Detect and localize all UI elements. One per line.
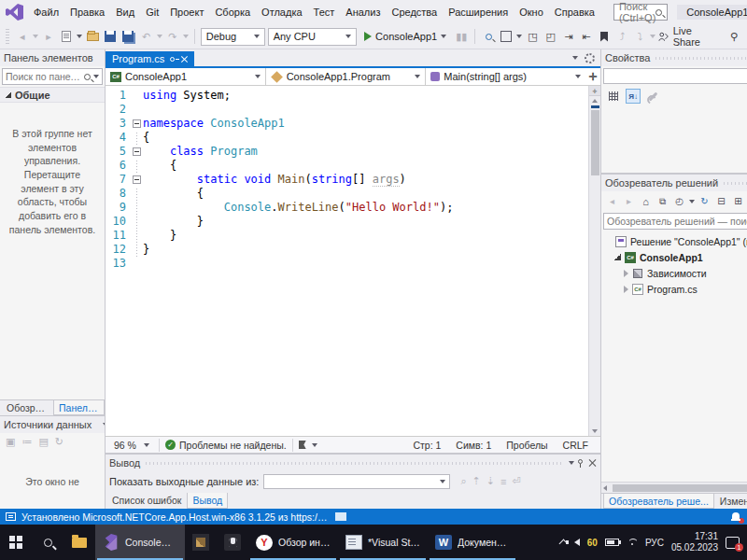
bottom-panel-tab[interactable]: Список ошибок [107,493,186,509]
signed-in-project-label[interactable]: ConsoleApp1 [677,5,747,20]
outdent-icon[interactable]: ⇤ [579,29,594,45]
collapse-region-icon[interactable] [133,119,141,128]
left-dock-tab[interactable]: Панель эле... [53,400,105,415]
back-dropdown-icon[interactable] [33,35,38,38]
code-line[interactable]: static void Main(string[] args) [143,173,588,187]
menu-item-анализ[interactable]: Анализ [340,4,386,21]
clear-all-icon[interactable]: ≡ [500,476,506,487]
zoom-select[interactable]: 96 % [110,440,153,451]
properties-title-bar[interactable]: Свойства [601,49,747,66]
right-dock-tab[interactable]: Изменения Git — п... [715,494,747,509]
collapse-region-icon[interactable] [133,175,141,184]
tree-item-consoleapp1[interactable]: ConsoleApp1 [601,249,747,265]
menu-item-правка[interactable]: Правка [64,4,110,21]
tab-options-icon[interactable] [585,53,595,63]
fold-marker[interactable] [130,173,143,187]
action-center-icon[interactable]: 1 [726,537,740,549]
switch-views-icon[interactable]: ⧉ [655,194,669,208]
tree-item-program-cs[interactable]: Program.cs [601,281,747,297]
menu-item-окно[interactable]: Окно [514,4,549,21]
new-file-dropdown-icon[interactable] [77,35,82,38]
configuration-select[interactable]: Debug [201,28,265,46]
taskbar-search-button[interactable] [32,525,63,560]
file-explorer-button[interactable] [63,525,95,560]
close-tab-icon[interactable] [181,56,188,63]
navigate-forward-icon[interactable]: ▸ [41,29,56,45]
filter-dropdown-icon[interactable] [689,200,695,203]
uncomment-icon[interactable]: ◰ [543,29,558,45]
prev-bookmark-icon[interactable]: ⤴ [614,29,629,45]
solution-explorer-search-input[interactable]: Обозреватель решений — поиск (Ctrl+» [603,213,747,230]
feedback-icon[interactable]: ⚲ [726,29,741,45]
scroll-down-icon[interactable] [592,429,598,433]
start-debugging-button[interactable]: ConsoleApp1 [359,30,451,43]
code-line[interactable]: } [143,215,588,229]
taskbar-app[interactable]: WДокумент Microso... [428,525,517,560]
volume-icon[interactable] [574,539,580,546]
forward-icon[interactable]: ▸ [622,194,636,208]
menu-item-справка[interactable]: Справка [549,4,600,21]
code-line[interactable]: class Program [143,145,588,159]
code-line[interactable]: { [143,131,588,145]
refresh-icon[interactable]: ↻ [698,194,712,208]
home-icon[interactable]: ⌂ [639,194,653,208]
type-dropdown[interactable]: ConsoleApp1.Program [266,68,427,85]
platform-select[interactable]: Any CPU [268,28,357,46]
save-all-icon[interactable] [120,29,135,45]
properties-object-select[interactable] [603,68,747,84]
tab-program-cs[interactable]: Program.cs [106,51,194,68]
code-line[interactable]: } [143,229,588,243]
undo-dropdown-icon[interactable] [157,35,162,38]
navigate-back-icon[interactable]: ◂ [15,29,30,45]
status-mini-icon[interactable] [335,512,346,521]
member-dropdown[interactable]: Main(string[] args) [426,68,585,85]
start-button[interactable] [0,525,32,560]
alphabetical-sort-icon[interactable]: Я↓ [626,89,641,104]
data-sources-menu-icon[interactable] [103,423,105,427]
menu-item-расширения[interactable]: Расширения [443,4,514,21]
solution-explorer-title-bar[interactable]: Обозреватель решений [601,175,747,191]
redo-icon[interactable]: ↷ [165,29,180,45]
left-dock-tab[interactable]: Обозревате... [2,400,52,415]
property-pages-icon[interactable] [645,89,660,104]
taskbar-app[interactable] [217,525,248,560]
scroll-up-icon[interactable] [592,99,598,103]
indent-icon[interactable]: ⇥ [561,29,576,45]
network-icon[interactable] [627,539,638,546]
code-line[interactable]: { [143,187,588,201]
code-line[interactable]: { [143,159,588,173]
data-sources-title-bar[interactable]: Источники данных [0,416,105,433]
eol-label[interactable]: CRLF [563,440,588,451]
word-wrap-icon[interactable]: ⏎ [512,475,520,487]
comment-icon[interactable]: ◳ [525,29,540,45]
outlining-gutter[interactable] [130,86,143,436]
scrollbar-thumb[interactable] [613,484,747,492]
code-line[interactable]: Console.WriteLine("Hello World!"); [143,201,588,215]
splitter-handle[interactable]: ✛ [589,86,600,96]
output-source-select[interactable] [263,474,450,489]
collapsed-expander-icon[interactable] [624,270,628,277]
find-all-references-icon[interactable] [499,29,514,45]
battery-percent[interactable]: 60 [587,538,598,548]
save-icon[interactable] [103,29,118,45]
expanded-expander-icon[interactable] [614,254,621,260]
show-all-files-icon[interactable]: ⊞ [731,194,745,208]
tag-dropdown-icon[interactable] [312,443,317,447]
tree-item-зависимости[interactable]: Зависимости [601,265,747,281]
scroll-left-icon[interactable] [603,485,607,491]
tag-icon[interactable] [299,441,306,449]
code-line[interactable] [143,103,588,117]
bookmark-dropdown-icon[interactable] [650,35,655,38]
fold-marker[interactable] [130,117,143,131]
find-in-files-icon[interactable] [481,29,496,45]
collapsed-expander-icon[interactable] [624,286,628,293]
taskbar-app[interactable]: ConsoleApp1 - Mic... [95,525,185,560]
clock[interactable]: 17:31 05.02.2023 [671,531,718,554]
bookmark-icon[interactable] [597,29,612,45]
menu-item-средства[interactable]: Средства [386,4,443,21]
editor-vertical-scrollbar[interactable]: ✛ [588,86,600,436]
edit-data-source-icon[interactable]: ≔ [21,436,32,448]
split-window-icon[interactable]: ✛ [585,68,600,85]
goto-next-icon[interactable]: ⇣ [486,475,495,487]
undo-icon[interactable]: ↶ [139,29,154,45]
